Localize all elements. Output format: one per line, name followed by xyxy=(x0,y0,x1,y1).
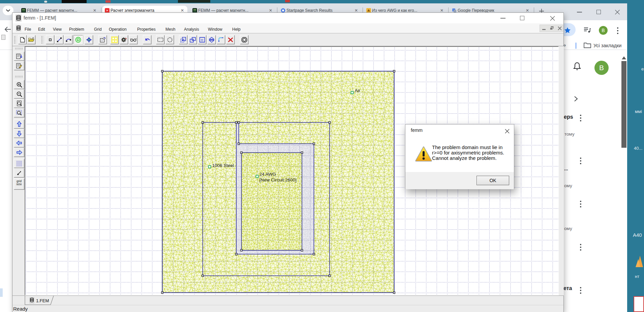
svg-text:1006 Steel: 1006 Steel xyxy=(212,163,234,168)
svg-text:24 AWG: 24 AWG xyxy=(259,172,276,177)
svg-text:Air: Air xyxy=(355,88,360,93)
svg-text:[New Circuit:2600]: [New Circuit:2600] xyxy=(259,177,296,182)
